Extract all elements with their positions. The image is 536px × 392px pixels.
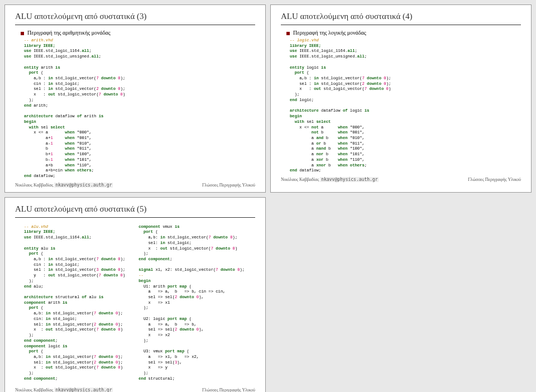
slide-4: ALU αποτελούμενη από συστατικά (4) Περιγ… — [270, 4, 532, 193]
bullet-text: Περιγραφή της αριθμητικής μονάδας — [27, 30, 111, 36]
bullet-icon — [21, 32, 24, 35]
bullet-text: Περιγραφή της λογικής μονάδας — [293, 30, 366, 36]
code-alu-right: component vmux is port ( a,b: in std_log… — [138, 224, 245, 382]
slide-5: ALU αποτελούμενη από συστατικά (5) -- al… — [4, 197, 266, 392]
email: nkavv@physics.auth.gr — [320, 177, 379, 182]
divider — [281, 25, 521, 25]
slide-footer: Νικόλαος Καββαδίας nkavv@physics.auth.gr… — [15, 183, 255, 188]
slide-footer: Νικόλαος Καββαδίας nkavv@physics.auth.gr… — [15, 388, 255, 392]
email: nkavv@physics.auth.gr — [54, 183, 113, 188]
bullet-item: Περιγραφή της λογικής μονάδας — [286, 30, 521, 36]
slide-title: ALU αποτελούμενη από συστατικά (4) — [281, 12, 521, 21]
code-alu-left: -- alu.vhd library IEEE; use IEEE.std_lo… — [24, 224, 125, 382]
slide-title: ALU αποτελούμενη από συστατικά (5) — [15, 204, 255, 214]
bullet-icon — [286, 32, 290, 35]
code-logic: -- logic.vhd library IEEE; use IEEE.std_… — [290, 38, 521, 174]
divider — [15, 217, 255, 218]
slide-3: ALU αποτελούμενη από συστατικά (3) Περιγ… — [4, 4, 266, 193]
divider — [15, 25, 255, 25]
code-arith: -- arith.vhd library IEEE; use IEEE.std_… — [24, 38, 255, 179]
slide-title: ALU αποτελούμενη από συστατικά (3) — [15, 12, 255, 21]
slide-footer: Νικόλαος Καββαδίας nkavv@physics.auth.gr… — [281, 177, 521, 182]
bullet-item: Περιγραφή της αριθμητικής μονάδας — [21, 30, 255, 36]
email: nkavv@physics.auth.gr — [54, 388, 113, 392]
